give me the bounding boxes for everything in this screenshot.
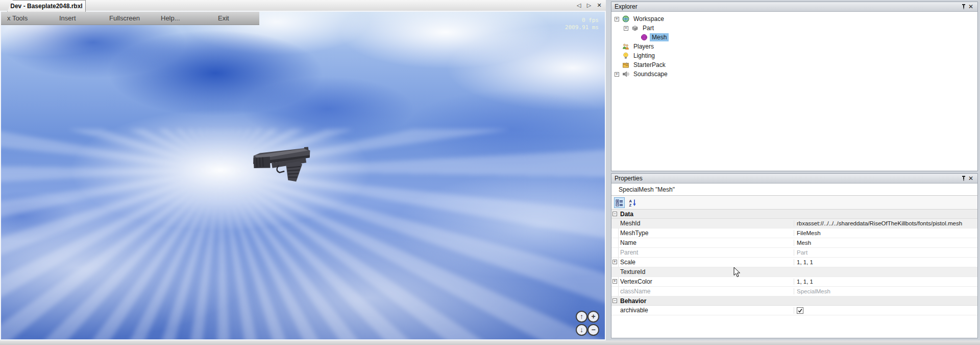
property-name: MeshType <box>611 229 794 237</box>
collapse-toggle-icon[interactable]: − <box>612 212 617 216</box>
fps-value: 0 fps <box>565 17 599 24</box>
pan-down-button[interactable]: ↓ <box>576 324 587 336</box>
property-value[interactable]: rbxasset://../../../shareddata/RiseOfThe… <box>794 220 977 226</box>
tab-strip: Dev - Baseplate2048.rbxl ◁ ▷ ✕ <box>0 0 606 12</box>
pin-icon[interactable] <box>960 3 967 10</box>
tree-item-label: Mesh <box>650 33 669 41</box>
globe-icon <box>622 15 629 22</box>
property-value[interactable]: 1, 1, 1 <box>794 279 977 285</box>
property-row-parent: Parent Part <box>611 248 977 258</box>
tab-scroll-left-icon[interactable]: ◁ <box>575 2 582 9</box>
property-row-meshid[interactable]: MeshId rbxasset://../../../shareddata/Ri… <box>611 219 977 228</box>
mesh-icon <box>641 34 648 41</box>
document-tab[interactable]: Dev - Baseplate2048.rbxl <box>7 0 86 12</box>
pin-icon[interactable] <box>960 175 967 182</box>
expand-toggle-icon[interactable]: + <box>612 260 617 264</box>
tree-item-workspace[interactable]: + Workspace <box>611 14 977 24</box>
menu-item-insert[interactable]: Insert <box>59 14 76 22</box>
properties-toolbar: AZ <box>611 196 977 210</box>
tree-item-mesh[interactable]: Mesh <box>611 33 977 42</box>
menu-item-help[interactable]: Help... <box>161 14 180 22</box>
tree-item-part[interactable]: + Part <box>611 24 977 33</box>
property-value: Part <box>794 249 977 256</box>
players-icon <box>622 43 629 50</box>
property-name: Parent <box>611 249 794 256</box>
expand-toggle-icon[interactable]: + <box>624 26 628 31</box>
tree-item-label: StarterPack <box>631 61 668 69</box>
starterpack-icon <box>622 61 629 68</box>
explorer-title: Explorer <box>615 3 638 10</box>
frame-ms-value: 2009.91 ms <box>565 24 599 31</box>
tree-item-starterpack[interactable]: StarterPack <box>611 60 977 70</box>
selected-object-dropdown[interactable]: SpecialMesh "Mesh" <box>611 183 977 196</box>
section-label: Behavior <box>611 297 794 305</box>
property-row-textureid[interactable]: TextureId <box>611 267 977 277</box>
tree-item-label: Workspace <box>631 15 666 23</box>
part-icon <box>631 25 639 32</box>
zoom-out-button[interactable]: − <box>587 324 599 336</box>
tree-item-label: Players <box>631 42 656 51</box>
pistol-mesh[interactable] <box>252 144 316 184</box>
property-name: MeshId <box>611 220 794 227</box>
section-header-data[interactable]: − Data <box>611 210 977 219</box>
close-icon[interactable]: ✕ <box>967 3 974 10</box>
explorer-title-bar: Explorer ✕ <box>611 2 977 12</box>
svg-text:Z: Z <box>629 202 632 206</box>
game-menu-bar: x Tools Insert Fullscreen Help... Exit <box>1 12 259 25</box>
property-name: VertexColor <box>611 278 794 285</box>
expand-toggle-icon[interactable]: + <box>615 72 619 77</box>
section-label: Data <box>611 211 794 218</box>
property-name: archivable <box>611 307 794 314</box>
property-grid: − Data MeshId rbxasset://../../../shared… <box>611 210 977 334</box>
property-name: Scale <box>611 259 794 266</box>
selected-object-label: SpecialMesh "Mesh" <box>619 186 675 193</box>
pan-up-button[interactable]: ↑ <box>576 311 587 323</box>
property-value[interactable]: Mesh <box>794 240 977 246</box>
close-icon[interactable]: ✕ <box>967 175 974 182</box>
property-row-archivable[interactable]: archivable <box>611 306 977 315</box>
collapse-toggle-icon[interactable]: − <box>612 298 617 303</box>
tree-item-soundscape[interactable]: + Soundscape <box>611 70 977 79</box>
properties-panel: Properties ✕ SpecialMesh "Mesh" AZ − Dat… <box>611 173 978 338</box>
expand-toggle-icon[interactable]: + <box>615 17 619 21</box>
tree-item-label: Lighting <box>631 52 657 60</box>
property-row-name[interactable]: Name Mesh <box>611 238 977 248</box>
tree-item-lighting[interactable]: Lighting <box>611 51 977 60</box>
tree-item-label: Part <box>641 24 656 32</box>
property-value[interactable]: 1, 1, 1 <box>794 259 977 265</box>
categorize-icon[interactable] <box>614 197 625 208</box>
menu-item-tools[interactable]: x Tools <box>7 14 28 22</box>
property-value: SpecialMesh <box>794 288 977 294</box>
speaker-icon <box>622 71 629 78</box>
lightbulb-icon <box>622 52 629 59</box>
menu-item-fullscreen[interactable]: Fullscreen <box>109 14 140 22</box>
section-header-behavior[interactable]: − Behavior <box>611 296 977 306</box>
tab-scroll-right-icon[interactable]: ▷ <box>585 2 593 9</box>
properties-title: Properties <box>615 175 643 182</box>
menu-item-exit[interactable]: Exit <box>218 14 229 22</box>
properties-title-bar: Properties ✕ <box>611 174 977 183</box>
tab-close-icon[interactable]: ✕ <box>596 2 603 9</box>
property-name: TextureId <box>611 268 794 275</box>
sort-alpha-icon[interactable]: AZ <box>627 197 638 208</box>
property-row-vertexcolor[interactable]: + VertexColor 1, 1, 1 <box>611 277 977 287</box>
property-row-meshtype[interactable]: MeshType FileMesh <box>611 228 977 238</box>
property-name: Name <box>611 239 794 246</box>
expand-toggle-icon[interactable]: + <box>612 279 617 284</box>
property-name: className <box>611 288 794 295</box>
explorer-panel: Explorer ✕ + Workspace + Part Mesh <box>611 2 978 171</box>
performance-readout: 0 fps 2009.91 ms <box>565 17 599 31</box>
archivable-checkbox[interactable] <box>797 307 803 314</box>
tree-item-label: Soundscape <box>631 70 670 78</box>
zoom-in-button[interactable]: + <box>587 311 599 323</box>
window-bottom-edge <box>0 340 980 345</box>
property-row-scale[interactable]: + Scale 1, 1, 1 <box>611 258 977 267</box>
property-row-classname: className SpecialMesh <box>611 287 977 296</box>
explorer-tree: + Workspace + Part Mesh Players <box>611 12 977 79</box>
tree-item-players[interactable]: Players <box>611 42 977 51</box>
3d-viewport[interactable]: x Tools Insert Fullscreen Help... Exit 0… <box>0 12 606 340</box>
property-value[interactable]: FileMesh <box>794 230 977 236</box>
